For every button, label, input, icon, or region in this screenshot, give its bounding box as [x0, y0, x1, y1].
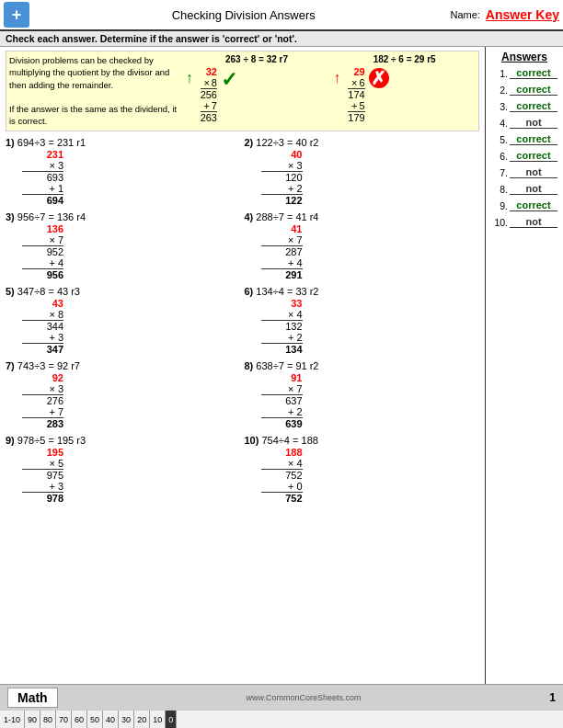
product-row: 975: [22, 469, 63, 481]
quotient-value: 188: [285, 447, 302, 458]
answer-value: correct: [510, 67, 557, 79]
problem-header: 7) 743÷3 = 92 r7: [6, 360, 241, 371]
final-result: 283: [22, 417, 63, 429]
instruction-bar: Check each answer. Determine if the answ…: [0, 31, 563, 47]
problem-num: 4): [245, 211, 254, 222]
footer-bar: Math www.CommonCoreSheets.com 1: [0, 684, 563, 710]
score-cell: 0: [166, 711, 177, 728]
answer-number: 6.: [491, 151, 508, 162]
quotient-value: 136: [47, 223, 63, 234]
mult-block: 43 ×8 344 +3 347: [22, 298, 63, 355]
answer-item: 10.not: [491, 216, 557, 228]
score-cell: 50: [87, 711, 103, 728]
footer-url: www.CommonCoreSheets.com: [65, 693, 543, 702]
answer-value: correct: [510, 150, 557, 162]
page-title: Checking Division Answers: [37, 8, 450, 22]
mult-row: ×8: [22, 309, 63, 320]
answer-value: correct: [510, 100, 557, 112]
problem-header: 5) 347÷8 = 43 r3: [6, 286, 241, 297]
problem-equation-text: 638÷7 = 91 r2: [256, 360, 318, 371]
correct-checkmark: ✓: [221, 68, 237, 92]
final-result: 134: [261, 343, 303, 355]
incorrect-xmark: ✗: [369, 68, 389, 88]
score-cell: 90: [25, 711, 40, 728]
mult-block: 92 ×3 276 +7 283: [22, 372, 63, 429]
add-row: +3: [22, 481, 63, 492]
score-cell: 10: [150, 711, 166, 728]
score-cell: 80: [40, 711, 56, 728]
problem-block: 7) 743÷3 = 92 r7 92 ×3 276 +7 283: [6, 360, 241, 429]
quotient-value: 92: [52, 372, 63, 383]
answer-item: 2.correct: [491, 84, 557, 96]
problem-header: 2) 122÷3 = 40 r2: [245, 137, 480, 148]
answer-item: 5.correct: [491, 133, 557, 145]
main-area: Division problems can be checked by mult…: [0, 47, 563, 687]
problem-header: 10) 754÷4 = 188: [245, 435, 480, 446]
answer-number: 3.: [491, 101, 508, 112]
quotient-value: 40: [291, 149, 302, 160]
answer-value: correct: [510, 199, 557, 211]
problem-work: 40 ×3 120 +2 122: [261, 149, 480, 206]
product-row: 637: [261, 394, 303, 406]
logo-icon: +: [4, 2, 29, 28]
page-header: + Checking Division Answers Name: Answer…: [0, 0, 563, 31]
problem-num: 3): [6, 211, 15, 222]
example-problem-2: 182 ÷ 6 = 29 r5 ↑ 29 × 6 174 + 5: [333, 54, 476, 128]
problem-work: 92 ×3 276 +7 283: [22, 372, 241, 429]
add-row: +4: [22, 257, 63, 268]
answer-number: 4.: [491, 118, 508, 129]
mult-block: 136 ×7 952 +4 956: [22, 223, 63, 280]
add-row: +2: [261, 406, 303, 417]
score-cell: 30: [119, 711, 134, 728]
final-result: 978: [22, 492, 63, 504]
add-row: +2: [261, 332, 303, 343]
add-row: +7: [22, 406, 63, 417]
answer-item: 3.correct: [491, 100, 557, 112]
problem-work: 188 ×4 752 +0 752: [261, 447, 480, 504]
problem-num: 8): [245, 360, 254, 371]
mult-row: ×3: [22, 383, 63, 394]
mult-row: ×7: [261, 383, 303, 394]
answer-number: 9.: [491, 200, 508, 211]
quotient-value: 231: [47, 149, 63, 160]
mult-row: ×5: [22, 458, 63, 469]
footer: Math www.CommonCoreSheets.com 1 1-109080…: [0, 684, 563, 728]
mult-block: 195 ×5 975 +3 978: [22, 447, 63, 504]
mult-row: ×3: [261, 160, 303, 171]
name-label: Name:: [450, 9, 479, 20]
problem-num: 9): [6, 435, 15, 446]
problem-block: 5) 347÷8 = 43 r3 43 ×8 344 +3 347: [6, 286, 241, 355]
mult-block: 231 ×3 693 +1 694: [22, 149, 63, 206]
final-result: 694: [22, 194, 63, 206]
problem-block: 6) 134÷4 = 33 r2 33 ×4 132 +2 134: [245, 286, 480, 355]
product-row: 132: [261, 320, 303, 332]
problem-work: 231 ×3 693 +1 694: [22, 149, 241, 206]
mult-row: ×3: [22, 160, 63, 171]
product-row: 120: [261, 171, 303, 183]
problem-block: 3) 956÷7 = 136 r4 136 ×7 952 +4 956: [6, 211, 241, 280]
add-row: +4: [261, 257, 303, 268]
score-range-label: 1-10: [0, 711, 25, 728]
answer-key-label: Answer Key: [486, 7, 559, 22]
answer-item: 4.not: [491, 117, 557, 129]
problem-equation-text: 754÷4 = 188: [261, 435, 317, 446]
mult-block: 41 ×7 287 +4 291: [261, 223, 303, 280]
answer-item: 1.correct: [491, 67, 557, 79]
problem-num: 10): [245, 435, 259, 446]
problem-block: 9) 978÷5 = 195 r3 195 ×5 975 +3 978: [6, 435, 241, 504]
subject-label: Math: [7, 688, 58, 708]
score-cell: 40: [103, 711, 119, 728]
answers-title: Answers: [491, 51, 557, 63]
problem-equation-text: 978÷5 = 195 r3: [17, 435, 86, 446]
quotient-value: 91: [291, 372, 302, 383]
answer-item: 6.correct: [491, 150, 557, 162]
problem-block: 8) 638÷7 = 91 r2 91 ×7 637 +2 639: [245, 360, 480, 429]
problem-work: 33 ×4 132 +2 134: [261, 298, 480, 355]
problem-header: 3) 956÷7 = 136 r4: [6, 211, 241, 222]
final-result: 291: [261, 268, 303, 280]
quotient-value: 43: [52, 298, 63, 309]
problem-header: 8) 638÷7 = 91 r2: [245, 360, 480, 371]
problem-work: 195 ×5 975 +3 978: [22, 447, 241, 504]
add-row: +1: [22, 183, 63, 194]
problem-equation-text: 122÷3 = 40 r2: [256, 137, 318, 148]
